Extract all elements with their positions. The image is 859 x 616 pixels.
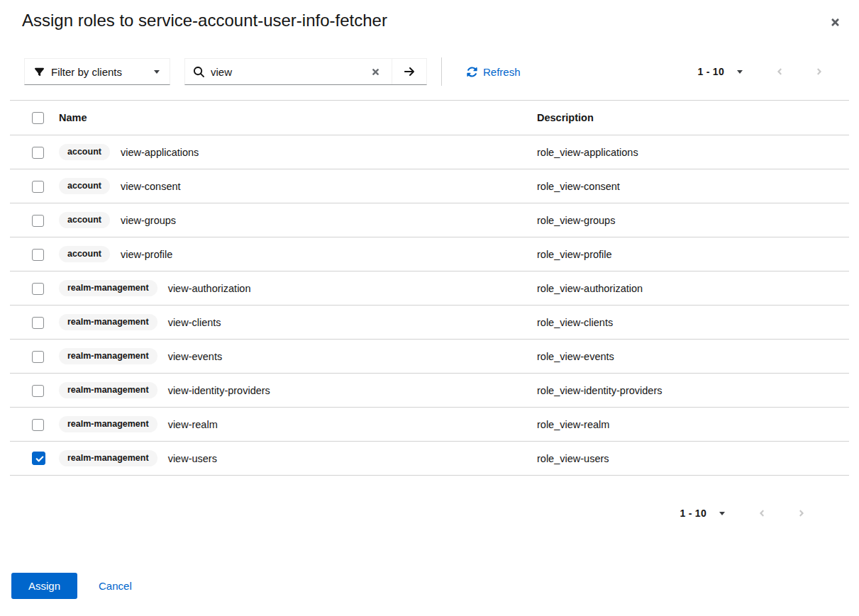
pagination-bottom: 1 - 10	[0, 504, 859, 522]
table-header-row: Name Description	[10, 101, 849, 135]
check-icon	[35, 455, 44, 463]
assign-button[interactable]: Assign	[11, 573, 77, 599]
role-description: role_view-identity-providers	[537, 374, 849, 408]
row-checkbox[interactable]	[32, 215, 44, 227]
filter-funnel-icon	[35, 67, 44, 77]
search-icon	[194, 67, 204, 77]
pagination-range: 1 - 10	[680, 508, 706, 519]
role-name: view-applications	[121, 147, 199, 158]
filter-dropdown-label: Filter by clients	[51, 66, 122, 78]
close-icon[interactable]	[827, 14, 843, 30]
client-badge: realm-management	[59, 416, 157, 432]
angle-right-icon	[815, 67, 824, 77]
search-group	[184, 58, 427, 85]
row-checkbox[interactable]	[32, 452, 45, 465]
client-badge: realm-management	[59, 450, 157, 466]
client-badge: account	[59, 246, 110, 262]
refresh-button[interactable]: Refresh	[457, 66, 521, 78]
angle-left-icon	[758, 508, 766, 518]
table-row: accountview-profile role_view-profile	[10, 237, 849, 271]
table-row: realm-managementview-realm role_view-rea…	[10, 408, 849, 442]
client-badge: account	[59, 212, 110, 228]
role-description: role_view-profile	[537, 237, 849, 271]
row-checkbox[interactable]	[32, 249, 44, 261]
role-description: role_view-consent	[537, 169, 849, 203]
role-name: view-groups	[121, 215, 176, 226]
role-description: role_view-events	[537, 340, 849, 374]
row-checkbox[interactable]	[32, 317, 44, 329]
role-name: view-consent	[121, 181, 181, 192]
table-row: realm-managementview-events role_view-ev…	[10, 340, 849, 374]
client-badge: realm-management	[59, 314, 157, 330]
next-page-button[interactable]	[811, 62, 828, 81]
table-row: accountview-consent role_view-consent	[10, 169, 849, 203]
cancel-button[interactable]: Cancel	[99, 573, 132, 599]
client-badge: realm-management	[59, 280, 157, 296]
table-row: realm-managementview-users role_view-use…	[10, 442, 849, 476]
table-row: realm-managementview-authorization role_…	[10, 271, 849, 306]
next-page-button[interactable]	[793, 504, 810, 522]
table-row: accountview-groups role_view-groups	[10, 203, 849, 237]
role-description: role_view-authorization	[537, 271, 849, 306]
roles-table: Name Description accountview-application…	[10, 100, 849, 476]
row-checkbox[interactable]	[32, 181, 44, 193]
chevron-down-icon	[737, 70, 743, 74]
filter-by-clients-dropdown[interactable]: Filter by clients	[24, 58, 170, 85]
prev-page-button[interactable]	[771, 62, 788, 81]
role-name: view-clients	[168, 317, 221, 328]
modal-actions: Assign Cancel	[11, 573, 132, 599]
role-name: view-profile	[121, 249, 172, 260]
pagination-top: 1 - 10	[697, 62, 828, 81]
role-description: role_view-clients	[537, 306, 849, 340]
column-header-name: Name	[59, 101, 537, 135]
search-submit-button[interactable]	[392, 59, 426, 84]
client-badge: realm-management	[59, 348, 157, 364]
modal-header: Assign roles to service-account-user-inf…	[0, 0, 859, 31]
page-title: Assign roles to service-account-user-inf…	[22, 10, 842, 31]
select-all-checkbox[interactable]	[32, 112, 44, 124]
clear-search-icon[interactable]	[365, 65, 386, 79]
role-description: role_view-groups	[537, 203, 849, 237]
chevron-down-icon	[154, 70, 160, 74]
prev-page-button[interactable]	[753, 504, 770, 522]
table-row: realm-managementview-identity-providers …	[10, 374, 849, 408]
table-row: accountview-applications role_view-appli…	[10, 135, 849, 169]
toolbar-divider	[441, 57, 442, 86]
angle-right-icon	[797, 508, 806, 518]
angle-left-icon	[775, 67, 784, 77]
column-header-description: Description	[537, 101, 849, 135]
arrow-right-icon	[404, 66, 415, 77]
row-checkbox[interactable]	[32, 283, 44, 295]
role-name: view-users	[168, 453, 217, 464]
chevron-down-icon	[719, 512, 725, 515]
toolbar: Filter by clients Refresh 1 - 10	[24, 57, 859, 86]
client-badge: realm-management	[59, 382, 157, 398]
search-field	[185, 59, 392, 84]
role-name: view-authorization	[168, 283, 251, 294]
client-badge: account	[59, 178, 110, 194]
row-checkbox[interactable]	[32, 351, 44, 363]
refresh-icon	[467, 67, 477, 77]
table-row: realm-managementview-clients role_view-c…	[10, 306, 849, 340]
role-description: role_view-realm	[537, 408, 849, 442]
role-name: view-realm	[168, 419, 218, 430]
pagination-menu-toggle[interactable]	[731, 66, 748, 78]
row-checkbox[interactable]	[32, 147, 44, 159]
pagination-menu-toggle[interactable]	[714, 508, 731, 520]
role-description: role_view-applications	[537, 135, 849, 169]
search-input[interactable]	[211, 66, 359, 78]
role-description: role_view-users	[537, 442, 849, 476]
refresh-label: Refresh	[483, 66, 521, 78]
row-checkbox[interactable]	[32, 419, 44, 431]
row-checkbox[interactable]	[32, 385, 44, 397]
pagination-range: 1 - 10	[697, 66, 724, 77]
role-name: view-events	[168, 351, 223, 362]
role-name: view-identity-providers	[168, 385, 270, 396]
client-badge: account	[59, 144, 110, 160]
